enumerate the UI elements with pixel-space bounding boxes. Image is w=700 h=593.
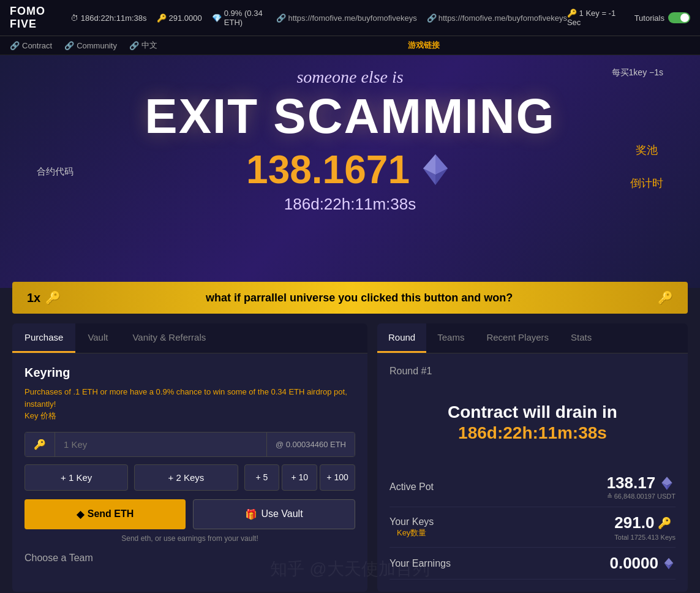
eth-icon-pot: [659, 475, 675, 491]
countdown-label: 倒计时: [630, 176, 663, 191]
your-earnings-number: 0.0000: [609, 554, 658, 573]
tab-purchase[interactable]: Purchase: [12, 323, 75, 353]
nav-bar: 🔗 Contract 🔗 Community 🔗 中文 游戏链接: [0, 36, 700, 55]
timer-value: 186d:22h:11m:38s: [81, 13, 147, 23]
your-keys-row: Your Keys Key数量 291.0 🔑 Total 1725.413 K…: [390, 507, 676, 548]
keys-value: 291.0000: [169, 13, 202, 23]
your-keys-label: Your Keys: [390, 516, 434, 527]
quick-add-row: + 1 Key + 2 Keys + 5 + 10 + 100: [24, 464, 355, 491]
keyring-desc: Purchases of .1 ETH or more have a 0.9% …: [24, 386, 355, 422]
timer-icon: ⏱: [70, 13, 78, 23]
key-price-label: Key 价格: [24, 411, 56, 420]
cta-banner[interactable]: 1x 🔑 what if parrallel universe you clic…: [12, 282, 688, 314]
key-count-label: Key数量: [390, 527, 434, 538]
link1[interactable]: 🔗 https://fomofive.me/buyfomofivekeys: [276, 13, 416, 23]
eth-diamond-icon: [417, 151, 454, 188]
your-earnings-row: Your Earnings 0.0000: [390, 548, 676, 580]
eth-chance-stat: 💎 0.9% (0.34 ETH): [212, 9, 267, 27]
hero-amount: 138.1671: [24, 147, 676, 192]
your-earnings-label: Your Earnings: [390, 558, 451, 569]
tab-stats[interactable]: Stats: [560, 323, 603, 353]
active-pot-usdt: ≙ 66,848.00197 USDT: [607, 493, 676, 500]
round-panel-body: Round #1 Contract will drain in 186d:22h…: [377, 353, 688, 592]
top-bar: FOMO FIVE ⏱ 186d:22h:11m:38s 🔑 291.0000 …: [0, 0, 700, 36]
tab-recent-players[interactable]: Recent Players: [475, 323, 560, 353]
key-input-row: 🔑 @ 0.00034460 ETH: [24, 432, 355, 457]
hero-subtitle: someone else is: [24, 67, 676, 87]
link2[interactable]: 🔗 https://fomofive.me/buyfomofivekeys: [427, 13, 567, 23]
pool-label: 奖池: [630, 143, 663, 157]
logo: FOMO FIVE: [10, 5, 61, 31]
tab-teams[interactable]: Teams: [426, 323, 475, 353]
top-bar-right: 🔑 1 Key = -1 Sec Tutorials: [567, 9, 690, 27]
your-keys-left: Your Keys Key数量: [390, 516, 434, 538]
hero-section: 合约代码 someone else is EXIT SCAMMING 138.1…: [0, 55, 700, 288]
tab-round[interactable]: Round: [377, 323, 426, 353]
plus1-button[interactable]: + 1 Key: [24, 464, 128, 491]
toggle-switch[interactable]: [668, 12, 690, 23]
active-pot-value-row: 138.17: [607, 474, 676, 493]
purchase-panel-body: Keyring Purchases of .1 ETH or more have…: [12, 353, 367, 576]
key-input-icon: 🔑: [25, 432, 55, 456]
total-keys-label: Total 1725.413 Keys: [614, 534, 676, 541]
nav-chinese[interactable]: 🔗 中文: [129, 40, 157, 51]
send-hint: Send eth, or use earnings from your vaul…: [24, 534, 355, 543]
tutorials-toggle[interactable]: Tutorials: [634, 12, 690, 23]
use-vault-button[interactable]: 🎁 Use Vault: [193, 499, 355, 529]
key-icon-right: 🔑: [658, 516, 671, 530]
plus2-button[interactable]: + 2 Keys: [134, 464, 238, 491]
drain-box: Contract will drain in 186d:22h:11m:38s: [390, 389, 676, 455]
main-content: Purchase Vault Vanity & Referrals Keyrin…: [0, 314, 700, 593]
action-row: ◆ Send ETH 🎁 Use Vault: [24, 499, 355, 529]
plus5-button[interactable]: + 5: [244, 464, 280, 491]
top-bar-left: FOMO FIVE ⏱ 186d:22h:11m:38s 🔑 291.0000 …: [10, 5, 567, 31]
cta-right: 🔑: [658, 290, 673, 305]
key-stat: 🔑 1 Key = -1 Sec: [567, 9, 625, 27]
your-earnings-value-row: 0.0000: [609, 554, 676, 573]
keys-stat: 🔑 291.0000: [157, 13, 202, 23]
contract-icon: 🔗: [10, 41, 20, 50]
choose-team-heading: Choose a Team: [24, 553, 355, 564]
cta-text: what if parrallel universe you clicked t…: [61, 292, 658, 304]
plus100-button[interactable]: + 100: [320, 464, 355, 491]
cta-multiplier: 1x: [27, 291, 40, 305]
contract-code-label: 合约代码: [37, 166, 73, 178]
plus-group: + 5 + 10 + 100: [244, 464, 356, 491]
tab-vault[interactable]: Vault: [75, 323, 120, 353]
nav-community[interactable]: 🔗 Community: [64, 41, 117, 50]
diamond-icon: 💎: [212, 13, 222, 23]
left-tabs-bar: Purchase Vault Vanity & Referrals: [12, 323, 367, 353]
eth-chance-value: 0.9% (0.34 ETH): [224, 9, 267, 27]
send-eth-button[interactable]: ◆ Send ETH: [24, 499, 186, 529]
active-pot-value-block: 138.17 ≙ 66,848.00197 USDT: [607, 474, 676, 500]
vault-icon: 🎁: [245, 508, 257, 520]
game-link: 游戏链接: [170, 40, 678, 51]
tab-vanity[interactable]: Vanity & Referrals: [120, 323, 218, 353]
keyring-title: Keyring: [24, 366, 355, 380]
right-panel: Round Teams Recent Players Stats Round #…: [377, 323, 688, 592]
your-keys-value-row: 291.0 🔑: [614, 513, 676, 532]
drain-timer: 186d:22h:11m:38s: [402, 423, 663, 443]
cta-left: 1x 🔑: [27, 290, 61, 305]
link1-icon: 🔗: [276, 13, 286, 23]
round-label: Round #1: [390, 366, 676, 377]
right-top-label: 每买1key −1s: [612, 67, 663, 78]
eth-icon-btn: ◆: [77, 508, 84, 520]
active-pot-label: Active Pot: [390, 482, 434, 493]
community-icon: 🔗: [64, 41, 74, 50]
hero-timer: 186d:22h:11m:38s: [24, 195, 676, 214]
left-panel: Purchase Vault Vanity & Referrals Keyrin…: [12, 323, 367, 592]
link2-icon: 🔗: [427, 13, 437, 23]
drain-title: Contract will drain in: [402, 401, 663, 423]
your-keys-value-block: 291.0 🔑 Total 1725.413 Keys: [614, 513, 676, 541]
key-icon-sm: 🔑: [34, 439, 46, 450]
active-pot-row: Active Pot 138.17 ≙ 66,848.00197 USDT: [390, 467, 676, 507]
key-quantity-input[interactable]: [55, 432, 266, 456]
chinese-icon: 🔗: [129, 41, 139, 50]
plus10-button[interactable]: + 10: [282, 464, 317, 491]
cta-key-icon: 🔑: [45, 290, 61, 305]
nav-contract[interactable]: 🔗 Contract: [10, 41, 52, 50]
hero-title: EXIT SCAMMING: [24, 92, 676, 141]
price-display: @ 0.00034460 ETH: [266, 432, 355, 456]
your-keys-number: 291.0: [614, 513, 654, 532]
